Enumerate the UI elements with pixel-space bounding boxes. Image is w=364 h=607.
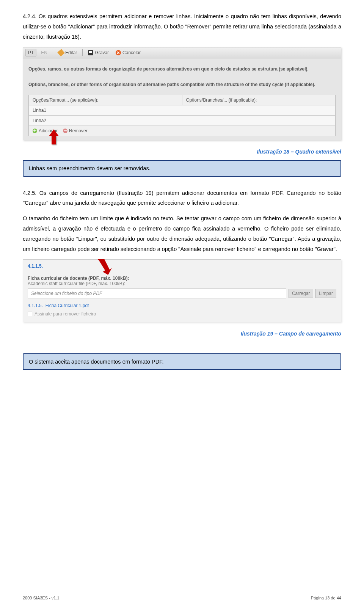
svg-marker-0 <box>97 259 112 275</box>
extensible-table: Opções/Ramos/... (se aplicável): Options… <box>28 95 336 136</box>
minus-icon <box>63 129 67 133</box>
upload-label-en: Academic staff curricular file (PDF, max… <box>28 281 336 286</box>
red-arrow-diagonal-icon <box>95 258 112 275</box>
cancelar-label: Cancelar <box>122 50 141 55</box>
limpar-button[interactable]: Limpar <box>315 289 336 298</box>
cancelar-button[interactable]: Cancelar <box>113 49 143 56</box>
screenshot-campo-carregamento: 4.1.1.5. Ficha curricular de docente (PD… <box>23 259 341 322</box>
checkbox-icon <box>28 312 32 316</box>
table-row[interactable]: Linha2 <box>29 115 335 125</box>
remover-label: Remover <box>69 128 88 133</box>
footer-left: 2009 SIA3ES - v1.1 <box>23 596 60 600</box>
paragraph-425b: O tamanho do ficheiro tem um limite que … <box>23 213 341 254</box>
desc-pt: Opções, ramos, ou outras formas de organ… <box>28 65 336 73</box>
screenshot-quadro-extensivel: PT EN Editar Gravar Cancelar Opções, ram… <box>23 47 341 140</box>
info-box-linhas: Linhas sem preenchimento devem ser remov… <box>23 160 341 177</box>
caption-19: Ilustração 19 – Campo de carregamento <box>23 331 341 337</box>
table-header-pt: Opções/Ramos/... (se aplicável): <box>29 95 182 105</box>
table-row[interactable]: Linha1 <box>29 105 335 115</box>
save-icon <box>88 50 93 55</box>
pencil-icon <box>57 49 65 57</box>
remover-button[interactable]: Remover <box>63 128 88 133</box>
toolbar: PT EN Editar Gravar Cancelar <box>23 47 341 58</box>
footer-right: Página 13 de 44 <box>311 596 341 600</box>
paragraph-424: 4.2.4. Os quadros extensíveis permitem a… <box>23 11 341 42</box>
gravar-button[interactable]: Gravar <box>86 49 111 56</box>
uploaded-file-link[interactable]: 4.1.1.5._Ficha Curricular 1.pdf <box>28 303 336 308</box>
table-header-en: Options/Branches/... (if applicable): <box>182 95 336 105</box>
upload-label-pt: Ficha curricular de docente (PDF, máx. 1… <box>28 276 336 281</box>
plus-icon <box>33 129 37 133</box>
red-arrow-up-icon <box>49 129 59 147</box>
editar-button[interactable]: Editar <box>56 49 79 56</box>
info-box-pdf: O sistema aceita apenas documentos em fo… <box>23 353 341 370</box>
caption-18: Ilustração 18 – Quadro extensível <box>23 149 341 155</box>
cancel-icon <box>116 50 121 55</box>
checkbox-label: Assinale para remover ficheiro <box>35 311 96 317</box>
tab-pt[interactable]: PT <box>25 49 36 56</box>
editar-label: Editar <box>65 50 77 55</box>
paragraph-425: 4.2.5. Os campos de carregamento (Ilustr… <box>23 188 341 209</box>
page-footer: 2009 SIA3ES - v1.1 Página 13 de 44 <box>23 594 341 600</box>
file-input[interactable]: Seleccione um ficheiro do tipo PDF <box>28 289 286 298</box>
desc-en: Options, branches, or other forms of org… <box>28 81 336 88</box>
description-block: Opções, ramos, ou outras formas de organ… <box>28 65 336 88</box>
section-number: 4.1.1.5. <box>28 264 336 269</box>
gravar-label: Gravar <box>95 50 109 55</box>
carregar-button[interactable]: Carregar <box>289 289 313 298</box>
remove-file-checkbox[interactable]: Assinale para remover ficheiro <box>28 311 336 317</box>
tab-en[interactable]: EN <box>39 49 50 56</box>
